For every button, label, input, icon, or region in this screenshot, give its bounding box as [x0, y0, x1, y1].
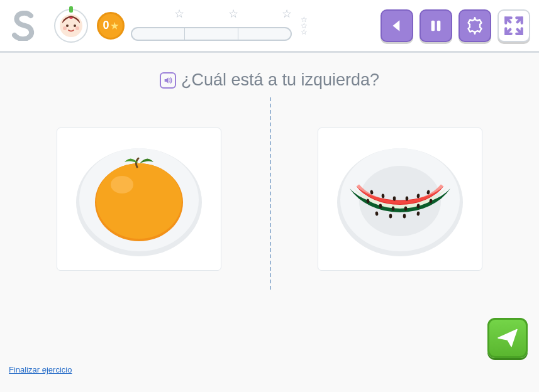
- divider: [270, 97, 271, 290]
- pause-button[interactable]: [420, 9, 452, 42]
- svg-point-25: [404, 207, 407, 211]
- svg-point-24: [391, 207, 394, 211]
- avatar: [54, 9, 88, 43]
- final-stars-icon: ☆☆☆: [301, 16, 314, 35]
- svg-point-30: [403, 214, 406, 219]
- star-outline-icon: ☆: [228, 8, 238, 20]
- svg-point-4: [75, 26, 79, 30]
- choice-left[interactable]: [57, 128, 221, 271]
- svg-rect-6: [437, 20, 441, 31]
- svg-point-12: [111, 176, 133, 193]
- score-value: 0: [103, 19, 109, 32]
- score-badge: 0 ★: [97, 12, 125, 40]
- exercise-card: ¿Cuál está a tu izquierda?: [3, 53, 536, 378]
- star-icon: ★: [111, 21, 119, 31]
- svg-point-1: [66, 24, 69, 27]
- star-outline-icon: ☆: [174, 8, 184, 20]
- progress-bar: ☆ ☆ ☆: [131, 11, 292, 41]
- fullscreen-button[interactable]: [497, 9, 530, 42]
- settings-button[interactable]: [458, 9, 491, 42]
- star-outline-icon: ☆: [282, 8, 292, 20]
- question-row: ¿Cuál está a tu izquierda?: [9, 70, 530, 90]
- main-area: ¿Cuál está a tu izquierda?: [0, 53, 539, 378]
- choice-right[interactable]: [318, 128, 482, 271]
- svg-point-18: [392, 197, 396, 201]
- svg-point-29: [389, 214, 392, 219]
- finish-link[interactable]: Finalizar ejercicio: [9, 365, 72, 374]
- app-logo: [9, 8, 40, 44]
- question-text: ¿Cuál está a tu izquierda?: [181, 70, 379, 90]
- back-button[interactable]: [381, 9, 413, 42]
- submit-button[interactable]: [487, 318, 528, 358]
- svg-rect-5: [431, 20, 435, 31]
- play-audio-button[interactable]: [160, 72, 176, 89]
- svg-point-11: [96, 163, 182, 239]
- svg-point-2: [74, 24, 76, 27]
- svg-point-3: [63, 26, 67, 30]
- svg-point-19: [405, 197, 408, 201]
- choices-area: [9, 128, 530, 271]
- top-bar: 0 ★ ☆ ☆ ☆ ☆☆☆: [0, 0, 539, 53]
